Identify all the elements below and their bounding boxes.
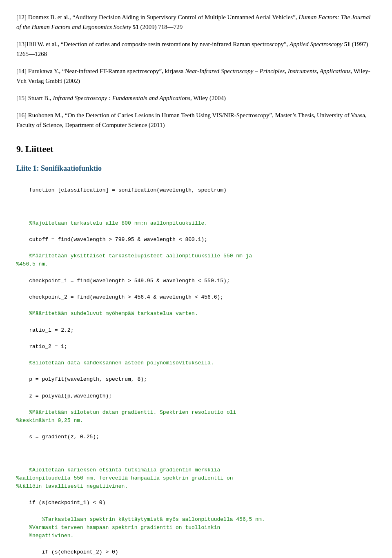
references-section: [12] Donmez B. et al., “Auditory Decisio… [16,12,376,130]
comment-aloitetaan: %Aloitetaan karieksen etsintä tutkimalla… [16,467,233,489]
reference-13: [13]Hill W. et al., “Detection of caries… [16,39,376,59]
ref12-year: (2009) 718—729 [140,24,183,30]
ref16-label: [16] Ruohonen M., “On the Detection of C… [16,112,367,128]
ref15-title: Infrared Spectroscopy : Fundamentals and… [53,95,190,101]
ref14-book: Near-Infrared Spectroscopy – Principles,… [185,68,350,74]
ref12-volume: 51 [133,24,139,30]
if-checkpoint1-line: if (s(checkpoint_1) < 0) [29,500,105,506]
liite1-heading: Liite 1: Sonifikaatiofunktio [16,163,376,174]
ref15-label: [15] Stuart B., [16,95,53,101]
ref15-publisher: , Wiley (2004) [190,95,226,101]
ref12-authors: Donmez B. et al., [28,14,71,20]
checkpoint1-line: checkpoint_1 = find(wavelength > 549.95 … [29,278,229,284]
reference-14: [14] Furukawa Y., “Near-infrared FT-Rama… [16,66,376,86]
ref13-label: [13] [16,41,27,47]
if-checkpoint2-line: if (s(checkpoint_2) > 0) [29,549,118,555]
comment-tarkastellaan1: %Tarkastellaan spektrin käyttäytymistä m… [16,516,265,539]
reference-12: [12] Donmez B. et al., “Auditory Decisio… [16,12,376,32]
cutoff-line: cutoff = find(wavelength > 799.95 & wave… [29,237,207,243]
reference-16: [16] Ruohonen M., “On the Detection of C… [16,110,376,130]
gradient-line: s = gradient(z, 0.25); [29,434,99,440]
reference-15: [15] Stuart B., Infrared Spectroscopy : … [16,93,376,103]
ref14-label: [14] Furukawa Y., “Near-infrared FT-Rama… [16,68,185,74]
checkpoint2-line: checkpoint_2 = find(wavelength > 456.4 &… [29,294,223,300]
section-9-heading: 9. Liitteet [16,142,376,156]
comment-maaritetaan-suhdeluvut: %Määritetään suhdeluvut myöhempää tarkas… [29,310,198,317]
ratio1-line: ratio_1 = 2.2; [29,327,74,333]
function-signature: function [classification] = sonification… [29,187,227,193]
code-block: function [classification] = sonification… [16,178,376,558]
section-9: 9. Liitteet Liite 1: Sonifikaatiofunktio… [16,142,376,558]
comment-rajoitetaan: %Rajoitetaan tarkastelu alle 800 nm:n aa… [29,220,207,226]
ref13-journal: Applied Spectroscopy [290,41,343,47]
comment-maaritetaan-gradientti: %Määritetään silotetun datan gradientti.… [16,409,236,424]
ref12-label: [12] [16,14,27,20]
comment-maaritetaan-yksittaiset: %Määritetään yksittäiset tarkastelupiste… [16,253,252,267]
ref12-title: “Auditory Decision Aiding in Supervisory… [72,14,298,20]
polyfit-line: p = polyfit(wavelength, spectrum, 8); [29,376,147,382]
polyval-line: z = polyval(p,wavelength); [29,393,112,399]
ratio2-line: ratio_2 = 1; [29,344,67,350]
comment-silotetaan: %Silotetaan data kahdeksannen asteen pol… [29,360,214,366]
ref13-authors: Hill W. et al., “Detection of caries and… [27,41,290,47]
